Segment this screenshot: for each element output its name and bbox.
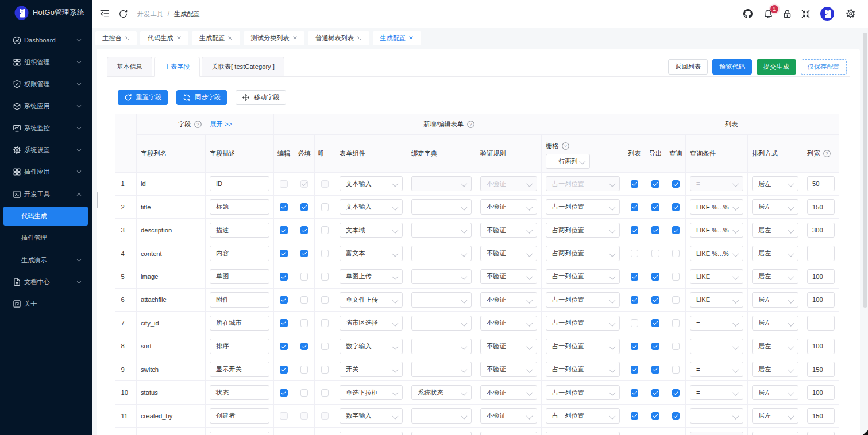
edit-checkbox[interactable] — [280, 343, 288, 351]
unique-checkbox[interactable] — [321, 319, 329, 327]
fullscreen-icon[interactable] — [801, 9, 811, 19]
align-select[interactable] — [752, 432, 798, 435]
query-condition-select[interactable]: = — [690, 408, 743, 424]
card-tab-1[interactable]: 基本信息 — [107, 57, 153, 76]
unique-checkbox[interactable] — [321, 343, 329, 351]
column-width-input[interactable]: 150 — [807, 408, 835, 424]
bind-dict-select[interactable] — [411, 292, 472, 308]
query-checkbox[interactable] — [672, 273, 680, 281]
validation-rule-select[interactable]: 不验证 — [480, 269, 537, 285]
required-checkbox[interactable] — [300, 273, 308, 281]
query-checkbox[interactable] — [672, 203, 680, 211]
unique-checkbox[interactable] — [321, 296, 329, 304]
export-checkbox[interactable] — [651, 319, 659, 327]
validation-rule-select[interactable]: 不验证 — [480, 385, 537, 401]
edit-checkbox[interactable] — [280, 273, 288, 281]
card-tab-3[interactable]: 关联表[ testCategory ] — [202, 57, 284, 76]
list-checkbox[interactable] — [631, 343, 639, 351]
edit-checkbox[interactable] — [280, 389, 288, 397]
breadcrumb-current[interactable]: 生成配置 — [174, 10, 200, 18]
export-checkbox[interactable] — [651, 389, 659, 397]
export-checkbox[interactable] — [651, 273, 659, 281]
sidebar-subitem[interactable]: 插件管理 — [0, 227, 92, 249]
query-checkbox[interactable] — [672, 296, 680, 304]
column-width-input[interactable] — [807, 432, 835, 435]
bind-dict-select[interactable] — [411, 339, 472, 354]
column-width-input[interactable]: 300 — [807, 223, 835, 238]
field-desc-input[interactable]: 排序 — [210, 339, 269, 354]
bind-dict-select[interactable] — [411, 362, 472, 377]
form-component-select[interactable]: 数字输入 — [340, 339, 403, 354]
toolbar-button[interactable]: 移动字段 — [236, 90, 286, 106]
grid-span-select[interactable]: 占一列位置 — [546, 362, 620, 377]
expand-link[interactable]: 展开 >> — [210, 120, 232, 129]
export-checkbox[interactable] — [651, 366, 659, 374]
required-checkbox[interactable] — [300, 296, 308, 304]
gear-icon[interactable] — [846, 9, 856, 19]
export-checkbox[interactable] — [651, 203, 659, 211]
lock-icon[interactable] — [782, 9, 792, 19]
edit-checkbox[interactable] — [280, 226, 288, 234]
bind-dict-select[interactable] — [411, 199, 472, 215]
list-checkbox[interactable] — [631, 412, 639, 420]
query-checkbox[interactable] — [672, 412, 680, 420]
validation-rule-select[interactable]: 不验证 — [480, 362, 537, 377]
logo[interactable]: HotGo管理系统 — [0, 0, 92, 25]
bind-dict-select[interactable] — [411, 223, 472, 238]
column-width-input[interactable]: 100 — [807, 385, 835, 401]
form-component-select[interactable]: 单文件上传 — [340, 292, 403, 308]
unique-checkbox[interactable] — [321, 389, 329, 397]
form-component-select[interactable]: 数字输入 — [340, 408, 403, 424]
page-scrollbar-thumb[interactable] — [863, 33, 868, 308]
required-checkbox[interactable] — [300, 250, 308, 258]
bind-dict-select[interactable]: 系统状态 — [411, 385, 472, 401]
list-checkbox[interactable] — [631, 366, 639, 374]
grid-layout-select[interactable]: 一行两列 — [546, 154, 590, 169]
validation-rule-select[interactable]: 不验证 — [480, 199, 537, 215]
field-desc-input[interactable]: ID — [210, 176, 269, 192]
validation-rule-select[interactable]: 不验证 — [480, 246, 537, 261]
page-tab-5[interactable]: 普通树表列表 — [308, 31, 369, 45]
query-checkbox[interactable] — [672, 250, 680, 258]
query-checkbox[interactable] — [672, 389, 680, 397]
form-component-select[interactable] — [340, 432, 403, 435]
align-select[interactable]: 居左 — [752, 339, 798, 354]
field-desc-input[interactable]: 附件 — [210, 292, 269, 308]
field-desc-input[interactable]: 标题 — [210, 199, 269, 215]
unique-checkbox[interactable] — [321, 226, 329, 234]
align-select[interactable]: 居左 — [752, 176, 798, 192]
list-checkbox[interactable] — [631, 180, 639, 188]
column-width-input[interactable]: 100 — [807, 269, 835, 285]
required-checkbox[interactable] — [300, 343, 308, 351]
list-checkbox[interactable] — [631, 273, 639, 281]
required-checkbox[interactable] — [300, 226, 308, 234]
page-tab-2[interactable]: 代码生成 — [140, 31, 188, 45]
query-condition-select[interactable]: LIKE %...% — [690, 246, 743, 261]
sidebar-item-10[interactable]: 关于 — [0, 293, 92, 315]
field-desc-input[interactable]: 描述 — [210, 223, 269, 238]
form-component-select[interactable]: 省市区选择 — [340, 316, 403, 331]
breadcrumb-parent[interactable]: 开发工具 — [137, 10, 163, 18]
sidebar-item-6[interactable]: 系统设置 — [0, 139, 92, 161]
form-component-select[interactable]: 文本输入 — [340, 199, 403, 215]
export-checkbox[interactable] — [651, 296, 659, 304]
field-desc-input[interactable]: 显示开关 — [210, 362, 269, 377]
bind-dict-select[interactable] — [411, 269, 472, 285]
query-checkbox[interactable] — [672, 226, 680, 234]
list-checkbox[interactable] — [631, 389, 639, 397]
align-select[interactable]: 居左 — [752, 246, 798, 261]
grid-span-select[interactable]: 占一列位置 — [546, 408, 620, 424]
list-checkbox[interactable] — [631, 226, 639, 234]
query-condition-select[interactable]: LIKE %...% — [690, 223, 743, 238]
edit-checkbox[interactable] — [280, 319, 288, 327]
validation-rule-select[interactable]: 不验证 — [480, 223, 537, 238]
query-condition-select[interactable]: = — [690, 385, 743, 401]
form-component-select[interactable]: 单选下拉框 — [340, 385, 403, 401]
list-checkbox[interactable] — [631, 250, 639, 258]
align-select[interactable]: 居左 — [752, 385, 798, 401]
sidebar-subitem[interactable]: 代码生成 — [0, 205, 92, 227]
column-width-input[interactable]: 50 — [807, 176, 835, 192]
grid-span-select[interactable] — [546, 432, 620, 435]
refresh-icon[interactable] — [118, 9, 128, 19]
query-checkbox[interactable] — [672, 366, 680, 374]
